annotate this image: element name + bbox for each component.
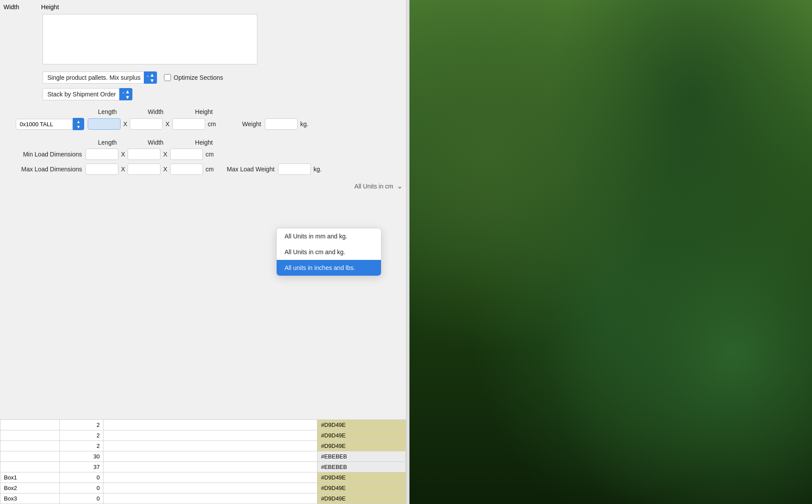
table-cell-empty: [103, 441, 317, 451]
max-load-width[interactable]: 100.0: [128, 163, 160, 175]
load-height-header: Height: [184, 139, 224, 146]
table-cell-name: [0, 462, 60, 472]
table-row: 2#D9D49E: [0, 441, 406, 451]
pallet-type-btn[interactable]: ▲▼: [73, 118, 84, 130]
units-area: All Units in cm ⌄: [0, 177, 406, 192]
table-cell-empty: [103, 430, 317, 441]
pallet-type-select[interactable]: 0x1000 TALL: [16, 119, 73, 130]
table-row: 37#EBEBEB: [0, 462, 406, 472]
max-load-height[interactable]: 200.0: [170, 163, 203, 175]
table-cell-value: 0: [59, 493, 103, 504]
load-width-header: Width: [136, 139, 175, 146]
table-cell-name: [0, 430, 60, 441]
pallet-unit: cm: [208, 121, 216, 128]
x-sep-6: X: [163, 166, 167, 173]
min-load-height[interactable]: 20.0: [170, 149, 203, 160]
pallet-select-container: Single product pallets. Mix surplus ▲▼: [43, 71, 157, 84]
data-table-section: 2#D9D49E2#D9D49E2#D9D49E30#EBEBEB37#EBEB…: [0, 419, 406, 504]
weight-input[interactable]: 30.0: [265, 118, 298, 130]
height-label: Height: [41, 4, 59, 11]
pallet-height-input[interactable]: 14.5: [172, 118, 205, 130]
table-cell-name: Box1: [0, 472, 60, 483]
table-cell-value: 2: [59, 430, 103, 441]
table-cell-name: Box3: [0, 493, 60, 504]
panel-divider: [406, 0, 410, 504]
dim-header-row: Length Width Height: [0, 106, 406, 116]
table-row: 2#D9D49E: [0, 430, 406, 441]
units-text: All Units in cm: [354, 183, 393, 190]
max-load-unit: cm: [206, 166, 214, 173]
table-row: Box30#D9D49E: [0, 493, 406, 504]
max-load-label: Max Load Dimensions: [0, 166, 85, 173]
table-cell-color: #D9D49E: [317, 483, 406, 493]
table-cell-empty: [103, 472, 317, 483]
table-cell-color: #D9D49E: [317, 430, 406, 441]
max-load-weight-input[interactable]: 1800.0: [278, 163, 311, 175]
table-row: Box10#D9D49E: [0, 472, 406, 483]
units-dropdown-menu: All Units in mm and kg. All Units in cm …: [276, 228, 381, 276]
dimension-labels: Width Height: [0, 0, 406, 12]
height-header: Height: [184, 108, 224, 115]
chevron-down-icon[interactable]: ⌄: [397, 182, 402, 190]
min-load-length[interactable]: 50.0: [85, 149, 118, 160]
units-option-inches[interactable]: All units in inches and lbs.: [277, 260, 381, 276]
weight-kg: kg.: [300, 121, 309, 128]
table-cell-empty: [103, 420, 317, 430]
max-load-weight-label: Max Load Weight: [227, 166, 274, 173]
x-sep-1: X: [123, 121, 127, 128]
min-load-width[interactable]: 50.0: [128, 149, 160, 160]
left-panel: Width Height Single product pallets. Mix…: [0, 0, 406, 504]
table-cell-name: Box2: [0, 483, 60, 493]
table-cell-color: #D9D49E: [317, 441, 406, 451]
right-panel: [410, 0, 812, 504]
min-load-label: Min Load Dimensions: [0, 151, 85, 158]
preview-box: [43, 14, 257, 64]
stack-options-row: Stack by Shipment Order ▲▼: [0, 85, 406, 106]
x-sep-3: X: [121, 151, 125, 158]
x-sep-2: X: [165, 121, 169, 128]
x-sep-4: X: [163, 151, 167, 158]
table-cell-value: 37: [59, 462, 103, 472]
max-load-length[interactable]: 120.0: [85, 163, 118, 175]
table-cell-value: 2: [59, 441, 103, 451]
table-cell-color: #D9D49E: [317, 493, 406, 504]
table-cell-color: #EBEBEB: [317, 451, 406, 462]
width-label: Width: [4, 4, 19, 11]
nature-background: [410, 0, 812, 504]
units-option-cm[interactable]: All Units in cm and kg.: [277, 244, 381, 260]
table-cell-name: [0, 420, 60, 430]
pallet-width-input[interactable]: 100.0: [130, 118, 163, 130]
pallet-dims-row: 0x1000 TALL ▲▼ 120.0 X 100.0 X 14.5 cm W…: [0, 116, 406, 132]
x-sep-5: X: [121, 166, 125, 173]
table-cell-value: 30: [59, 451, 103, 462]
pallet-options-row: Single product pallets. Mix surplus ▲▼ O…: [0, 68, 406, 85]
table-cell-color: #EBEBEB: [317, 462, 406, 472]
table-cell-empty: [103, 451, 317, 462]
min-load-unit: cm: [206, 151, 214, 158]
length-header: Length: [88, 108, 127, 115]
table-cell-empty: [103, 483, 317, 493]
table-cell-value: 0: [59, 483, 103, 493]
min-load-row: Min Load Dimensions 50.0 X 50.0 X 20.0 c…: [0, 147, 406, 162]
table-cell-empty: [103, 462, 317, 472]
stack-select[interactable]: Stack by Shipment Order: [43, 88, 132, 100]
optimize-sections-area: Optimize Sections: [164, 74, 223, 81]
stack-select-container: Stack by Shipment Order ▲▼: [43, 88, 132, 100]
pallet-type-container: 0x1000 TALL ▲▼: [0, 118, 88, 130]
table-cell-color: #D9D49E: [317, 420, 406, 430]
table-row: Box20#D9D49E: [0, 483, 406, 493]
units-option-mm[interactable]: All Units in mm and kg.: [277, 228, 381, 244]
max-load-kg: kg.: [313, 166, 322, 173]
table-cell-empty: [103, 493, 317, 504]
table-cell-color: #D9D49E: [317, 472, 406, 483]
table-cell-value: 2: [59, 420, 103, 430]
load-header-row: Length Width Height: [0, 132, 406, 147]
table-cell-name: [0, 441, 60, 451]
optimize-sections-checkbox[interactable]: [164, 74, 171, 81]
pallet-select[interactable]: Single product pallets. Mix surplus: [43, 71, 157, 84]
optimize-sections-label: Optimize Sections: [174, 74, 223, 81]
data-table: 2#D9D49E2#D9D49E2#D9D49E30#EBEBEB37#EBEB…: [0, 419, 406, 504]
pallet-updown-icon: ▲▼: [76, 119, 81, 129]
pallet-length-input[interactable]: 120.0: [88, 118, 121, 130]
load-length-header: Length: [88, 139, 127, 146]
